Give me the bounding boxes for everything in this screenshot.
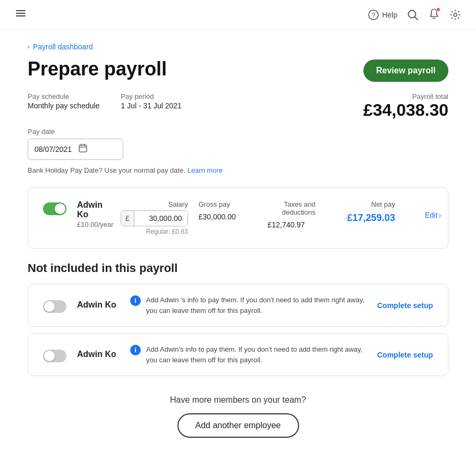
- taxes-col: Taxes and deductions £12,740.97: [268, 200, 316, 229]
- notification-dot: [436, 7, 440, 12]
- salary-section: Salary £ Regular: £0.83: [124, 200, 188, 235]
- settings-button[interactable]: [449, 9, 461, 21]
- edit-link[interactable]: Edit ›: [425, 211, 441, 219]
- search-button[interactable]: [407, 9, 419, 21]
- breadcrumb[interactable]: ‹ Payroll dashboard: [28, 42, 448, 51]
- review-payroll-button[interactable]: Review payroll: [363, 60, 448, 82]
- salary-regular: Regular: £0.83: [146, 228, 188, 235]
- excluded-employee-name-1: Adwin Ko: [77, 300, 120, 310]
- edit-label: Edit: [425, 211, 438, 219]
- complete-setup-link-1[interactable]: Complete setup: [377, 301, 433, 310]
- bank-holiday-text: Bank Holiday Pay Date? Use your normal p…: [28, 166, 185, 174]
- payroll-total: Payroll total £34,038.30: [363, 92, 448, 120]
- not-included-title: Not included in this payroll: [28, 261, 448, 275]
- toggle-knob: [55, 203, 65, 214]
- net-pay-amount: £17,259.03: [347, 212, 395, 224]
- bottom-cta: Have more members on your team? Add anot…: [28, 395, 448, 438]
- salary-input[interactable]: [134, 211, 188, 226]
- employee-rate: £10.00/year: [77, 220, 114, 228]
- chevron-right-icon: ›: [439, 211, 441, 219]
- pay-schedule-item: Pay schedule Monthly pay schedule: [28, 92, 99, 110]
- svg-line-6: [415, 17, 418, 20]
- employee-info: Adwin Ko £10.00/year: [77, 200, 114, 228]
- pay-date-section: Pay date 08/07/2021: [28, 128, 448, 160]
- excluded-msg-2: Add Adwin's info to pay them. If you don…: [146, 344, 367, 365]
- excluded-employee-card-2: Adwin Ko i Add Adwin's info to pay them.…: [28, 333, 448, 376]
- main-content: ‹ Payroll dashboard Prepare payroll Revi…: [0, 30, 476, 459]
- net-pay-label: Net pay: [371, 200, 395, 208]
- taxes-value: £12,740.97: [268, 220, 305, 229]
- page-title: Prepare payroll: [28, 57, 167, 80]
- excluded-info-2: i Add Adwin's info to pay them. If you d…: [130, 344, 367, 365]
- pay-period-label: Pay period: [121, 92, 181, 100]
- bank-holiday-note: Bank Holiday Pay Date? Use your normal p…: [28, 166, 448, 174]
- svg-rect-8: [79, 145, 87, 152]
- pay-columns: Gross pay £30,000.00 Taxes and deduction…: [199, 200, 441, 229]
- excluded-employee-name-2: Adwin Ko: [77, 350, 120, 359]
- toggle-knob-2: [44, 351, 55, 361]
- pay-date-label: Pay date: [28, 128, 448, 135]
- salary-currency: £: [121, 211, 134, 226]
- pay-date-value: 08/07/2021: [35, 145, 73, 154]
- excluded-employee-card-1: Adwin Ko i Add Adwin 's info to pay them…: [28, 284, 448, 327]
- bottom-cta-question: Have more members on your team?: [28, 395, 448, 405]
- page-header: Prepare payroll Review payroll: [28, 57, 448, 82]
- included-employee-card: Adwin Ko £10.00/year Salary £ Regular: £…: [28, 187, 448, 249]
- employee-toggle-on[interactable]: [43, 202, 66, 215]
- add-employee-button[interactable]: Add another employee: [177, 413, 299, 438]
- meta-row: Pay schedule Monthly pay schedule Pay pe…: [28, 92, 448, 120]
- payroll-total-label: Payroll total: [363, 92, 448, 100]
- excluded-toggle-1[interactable]: [43, 300, 66, 313]
- calendar-icon: [78, 143, 116, 155]
- hamburger-icon[interactable]: [15, 7, 27, 22]
- pay-date-input[interactable]: 08/07/2021: [28, 139, 123, 160]
- info-icon-1: i: [130, 295, 141, 306]
- pay-period-value: 1 Jul - 31 Jul 2021: [121, 101, 181, 110]
- gross-pay-label: Gross pay: [199, 200, 230, 208]
- notifications-button[interactable]: [428, 8, 440, 22]
- employee-name: Adwin Ko: [77, 200, 114, 219]
- toggle-knob-1: [44, 301, 55, 312]
- pay-schedule-label: Pay schedule: [28, 92, 99, 100]
- header-right: ? Help: [368, 8, 461, 22]
- complete-setup-link-2[interactable]: Complete setup: [377, 351, 433, 359]
- payroll-total-amount: £34,038.30: [363, 100, 448, 120]
- svg-text:?: ?: [372, 12, 376, 19]
- pay-period-item: Pay period 1 Jul - 31 Jul 2021: [121, 92, 181, 110]
- meta-left: Pay schedule Monthly pay schedule Pay pe…: [28, 92, 182, 110]
- excluded-info-1: i Add Adwin 's info to pay them. If you …: [130, 295, 367, 316]
- breadcrumb-chevron-icon: ‹: [28, 43, 30, 50]
- employee-row: Adwin Ko £10.00/year Salary £ Regular: £…: [43, 200, 433, 235]
- svg-point-7: [454, 13, 457, 16]
- help-circle-icon: ?: [368, 10, 379, 20]
- salary-input-wrapper: £: [121, 210, 188, 226]
- salary-label: Salary: [168, 200, 188, 208]
- info-icon-2: i: [130, 345, 141, 355]
- learn-more-link[interactable]: Learn more: [188, 166, 223, 174]
- excluded-toggle-2[interactable]: [43, 350, 66, 362]
- gross-pay-value: £30,000.00: [199, 212, 236, 221]
- header-left: [15, 7, 27, 22]
- net-pay-col: Net pay £17,259.03: [337, 200, 395, 224]
- pay-schedule-value: Monthly pay schedule: [28, 101, 99, 110]
- taxes-label: Taxes and deductions: [268, 200, 316, 216]
- excluded-msg-1: Add Adwin 's info to pay them. If you do…: [146, 295, 367, 316]
- gross-pay-col: Gross pay £30,000.00: [199, 200, 246, 221]
- help-label: Help: [382, 11, 397, 19]
- app-header: ? Help: [0, 0, 476, 30]
- breadcrumb-label: Payroll dashboard: [33, 42, 93, 51]
- help-button[interactable]: ? Help: [368, 10, 397, 20]
